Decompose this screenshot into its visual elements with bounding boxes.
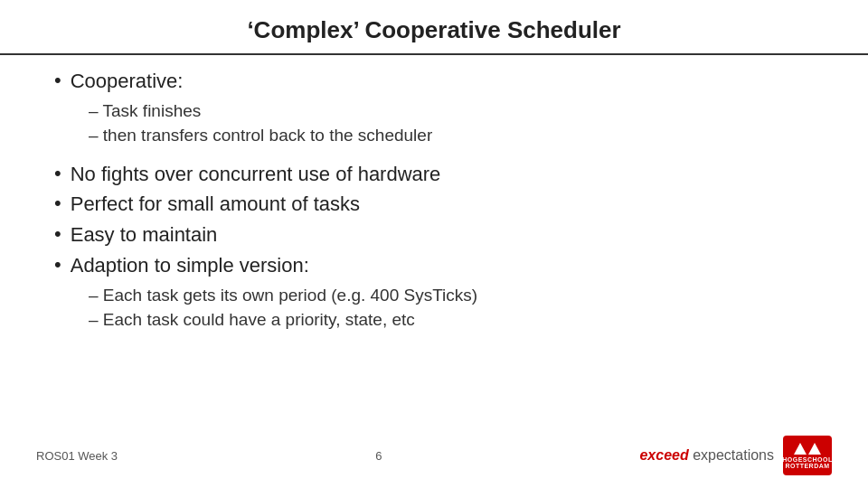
bullet-dot-5: • [54,252,61,278]
bullet-perfect: • Perfect for small amount of tasks [54,191,814,218]
logo-text: HOGESCHOOLROTTERDAM [782,456,833,469]
slide-title: ‘Complex’ Cooperative Scheduler [247,16,620,43]
logo-arrow-left [794,443,807,455]
logo-arrows [794,443,821,455]
exceed-label: exceed [639,447,688,463]
footer-course: ROS01 Week 3 [36,449,118,463]
bullet-adaption: • Adaption to simple version: [54,252,814,279]
footer-brand-text: exceed expectations [639,447,774,464]
sub-bullet-transfers-control: – then transfers control back to the sch… [89,123,814,148]
footer-page: 6 [375,449,382,463]
bullet-cooperative-main: • Cooperative: [54,68,814,95]
bullet-dot-1: • [54,68,61,94]
sub-bullet-period: – Each task gets its own period (e.g. 40… [89,283,814,308]
bullet-cooperative-label: Cooperative: [71,68,184,95]
footer: ROS01 Week 3 6 exceed expectations HOGES… [0,436,868,475]
adaption-sub-bullets: – Each task gets its own period (e.g. 40… [54,283,814,333]
large-bullets: • No fights over concurrent use of hardw… [54,161,814,333]
logo-arrow-right [808,443,821,455]
hogeschool-logo: HOGESCHOOLROTTERDAM [783,436,832,475]
bullet-dot-2: • [54,161,61,187]
bullet-dot-4: • [54,221,61,248]
slide-header: ‘Complex’ Cooperative Scheduler [0,0,868,55]
bullet-easy-text: Easy to maintain [71,221,218,249]
bullet-dot-3: • [54,191,61,217]
footer-right: exceed expectations HOGESCHOOLROTTERDAM [639,436,832,475]
sub-bullet-priority: – Each task could have a priority, state… [89,307,814,333]
slide: ‘Complex’ Cooperative Scheduler • Cooper… [0,0,868,488]
bullet-no-fights: • No fights over concurrent use of hardw… [54,161,814,188]
bullet-adaption-text: Adaption to simple version: [71,252,309,279]
sub-bullet-task-finishes: – Task finishes [89,99,814,124]
bullet-no-fights-text: No fights over concurrent use of hardwar… [71,161,441,188]
bullet-cooperative-subs: – Task finishes – then transfers control… [54,99,814,148]
bullet-easy: • Easy to maintain [54,221,814,249]
slide-content: • Cooperative: – Task finishes – then tr… [0,68,868,333]
bullet-perfect-text: Perfect for small amount of tasks [71,191,360,218]
bullet-cooperative: • Cooperative: – Task finishes – then tr… [54,68,814,148]
expectations-label: expectations [689,447,774,463]
